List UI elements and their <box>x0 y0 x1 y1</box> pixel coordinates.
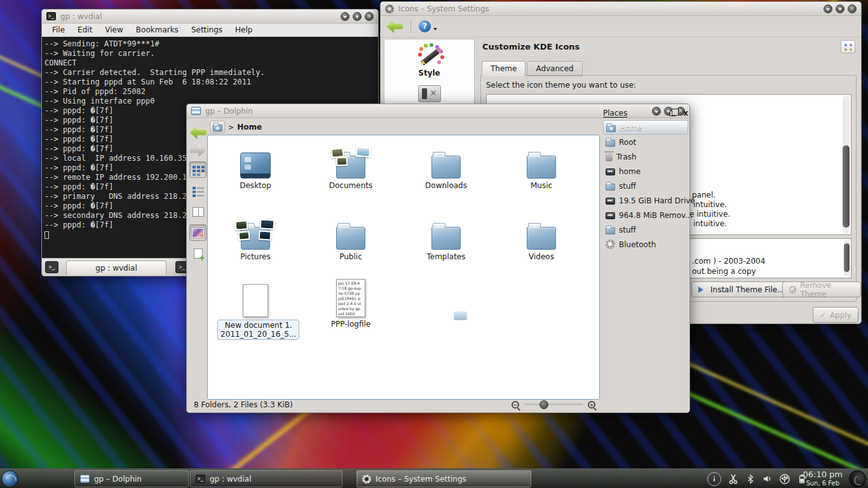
terminal-line: --> Starting pppd at Sun Feb 6 18:08:22 … <box>44 78 376 87</box>
split-view-button[interactable] <box>189 245 207 262</box>
folder-item-public[interactable]: Public <box>313 212 389 261</box>
folder-item-pictures[interactable]: Pictures <box>217 212 294 261</box>
task-dolphin[interactable]: gp – Dolphin <box>74 470 189 487</box>
help-icon[interactable]: ? <box>419 20 431 32</box>
workspace-tools-icon <box>418 85 441 102</box>
menu-view[interactable]: View <box>98 25 129 34</box>
dolphin-file-view[interactable]: Desktop Documents Downloads Music Pi <box>207 135 600 400</box>
folder-icon <box>527 227 556 250</box>
scrollbar[interactable] <box>843 96 850 233</box>
tab-theme[interactable]: Theme <box>482 61 526 76</box>
minimize-button[interactable] <box>824 4 832 13</box>
zoom-slider[interactable] <box>524 403 583 406</box>
zoom-out-icon[interactable]: − <box>512 401 519 409</box>
klipper-icon[interactable] <box>728 473 739 485</box>
menu-bookmarks[interactable]: Bookmarks <box>130 25 185 34</box>
details-view-button[interactable] <box>189 182 207 199</box>
forward-arrow-icon[interactable] <box>190 144 207 157</box>
scrollbar-thumb[interactable] <box>844 243 850 273</box>
folder-item-music[interactable]: Music <box>503 140 580 190</box>
sidebar-item-style[interactable]: Style <box>384 44 474 78</box>
close-panel-icon[interactable]: x <box>683 110 688 116</box>
style-icon <box>416 44 443 67</box>
remove-theme-button[interactable]: Remove Theme <box>782 281 861 297</box>
file-item-ppp-logfile[interactable]: Jan 17 09:4 7:18 gp-Asp ire-5738 pp pd[1… <box>313 278 389 329</box>
tab-advanced[interactable]: Advanced <box>527 61 582 76</box>
zoom-in-icon[interactable]: + <box>588 401 595 409</box>
folder-item-videos[interactable]: Videos <box>503 212 580 261</box>
place-item-trash[interactable]: Trash <box>603 149 688 164</box>
remove-icon <box>789 286 796 294</box>
zoom-slider-thumb[interactable] <box>539 400 548 409</box>
scrollbar[interactable] <box>844 240 850 276</box>
terminal-cursor <box>44 231 49 239</box>
back-arrow-icon[interactable] <box>386 20 403 33</box>
menu-edit[interactable]: Edit <box>71 25 98 34</box>
menu-settings[interactable]: Settings <box>185 25 229 34</box>
bluetooth-icon[interactable] <box>745 473 756 485</box>
place-item-stuff[interactable]: stuff <box>603 179 688 193</box>
breadcrumb-current[interactable]: Home <box>237 123 262 132</box>
terminal-menubar: File Edit View Bookmarks Settings Help <box>42 24 378 37</box>
folder-item-templates[interactable]: Templates <box>408 212 484 261</box>
back-arrow-icon[interactable] <box>190 126 207 139</box>
notifications-icon[interactable] <box>707 472 721 486</box>
preview-button[interactable] <box>189 224 207 241</box>
places-header: Places x <box>603 106 688 120</box>
breadcrumb-home-button[interactable] <box>210 121 225 133</box>
task-system-settings[interactable]: Icons – System Settings <box>356 470 531 487</box>
system-settings-icon <box>362 475 371 484</box>
theme-list-fragment: panel. <box>692 191 715 200</box>
install-icon <box>698 287 707 293</box>
page-title: Customize KDE Icons <box>482 42 580 51</box>
task-wvdial[interactable]: >_ gp : wvdial <box>190 470 342 487</box>
terminal-titlebar[interactable]: >_ gp : wvdial × <box>42 10 378 24</box>
columns-view-icon <box>193 207 204 217</box>
select-theme-label: Select the icon theme you want to use: <box>486 81 636 90</box>
folder-item-desktop[interactable]: Desktop <box>217 140 294 190</box>
install-theme-button[interactable]: Install Theme File... <box>691 281 792 297</box>
place-item-bluetooth[interactable]: Bluetooth <box>603 237 688 252</box>
minimize-button[interactable] <box>341 12 349 21</box>
terminal-tab[interactable]: gp : wvdial <box>66 261 166 275</box>
terminal-window-title: gp : wvdial <box>60 12 102 21</box>
icons-view-button[interactable] <box>189 161 207 178</box>
terminal-line: --> Sending: ATDT*99***1# <box>44 39 376 49</box>
file-item-new-document[interactable]: New document 1. 2011_01_20_16_5... <box>217 278 294 340</box>
columns-view-button[interactable] <box>189 203 207 220</box>
close-button[interactable]: × <box>365 12 374 21</box>
float-panel-icon[interactable] <box>670 111 675 116</box>
plasma-cashew-icon[interactable] <box>849 470 866 487</box>
close-button[interactable]: × <box>848 4 857 13</box>
place-item-root[interactable]: Root <box>603 135 688 149</box>
sidebar-item-workspace[interactable] <box>384 85 474 102</box>
kde-menu-button[interactable] <box>1 470 18 487</box>
icons-overview-button[interactable] <box>841 40 855 53</box>
usb-device-icon[interactable] <box>779 473 790 485</box>
breadcrumb-separator: > <box>228 123 234 132</box>
konsole-icon: >_ <box>46 12 56 20</box>
place-item-removable[interactable]: 964.8 MiB Remov... <box>603 208 688 222</box>
clock[interactable]: 06:10 pm Sun, 6 Feb <box>803 470 843 487</box>
menu-help[interactable]: Help <box>229 25 259 34</box>
theme-description-fragment: .com ) - 2003-2004 <box>692 257 765 266</box>
apply-button[interactable]: ✓ Apply <box>813 307 858 323</box>
place-item-home-drive[interactable]: home <box>603 164 688 179</box>
konsole-icon: >_ <box>196 475 205 483</box>
place-item-stuff2[interactable]: stuff <box>603 222 688 237</box>
volume-icon[interactable] <box>762 473 773 484</box>
chevron-down-icon[interactable] <box>433 28 437 32</box>
maximize-button[interactable] <box>836 4 844 13</box>
place-item-hard-drive[interactable]: 19.5 GiB Hard Drive <box>603 193 688 208</box>
maximize-button[interactable] <box>353 12 362 21</box>
scrollbar-thumb[interactable] <box>843 146 850 228</box>
place-item-home[interactable]: Home <box>603 120 688 135</box>
settings-titlebar[interactable]: Icons – System Settings × <box>381 2 861 16</box>
new-tab-button[interactable]: >_ <box>45 261 58 273</box>
terminal-line: CONNECT <box>44 58 376 68</box>
hard-drive-icon <box>606 198 615 205</box>
menu-file[interactable]: File <box>46 25 71 34</box>
folder-item-downloads[interactable]: Downloads <box>408 140 484 190</box>
details-view-icon <box>193 187 196 189</box>
folder-item-documents[interactable]: Documents <box>313 140 389 190</box>
